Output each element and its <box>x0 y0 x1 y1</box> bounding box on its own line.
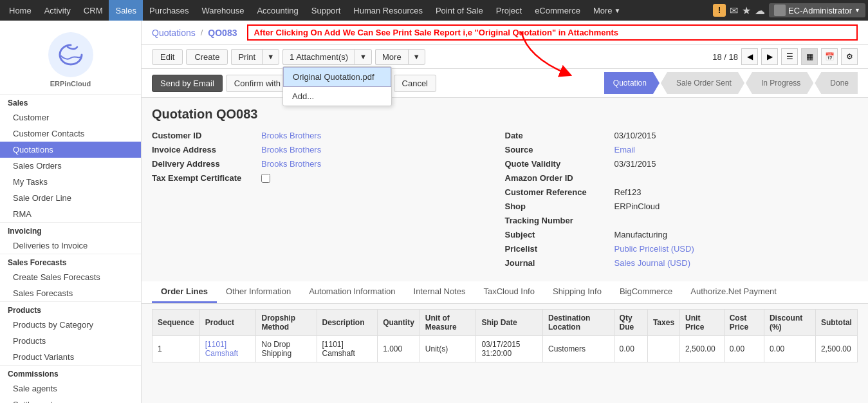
delivery-address-label: Delivery Address <box>152 159 261 169</box>
print-button[interactable]: Print <box>231 49 262 65</box>
dropdown-item-original-quotation[interactable]: Original Quotation.pdf <box>283 67 391 87</box>
sidebar-item-rma[interactable]: RMA <box>0 206 141 222</box>
more-button[interactable]: More <box>375 49 408 65</box>
tax-exempt-label: Tax Exempt Certificate <box>152 173 261 183</box>
sidebar-item-customer-contacts[interactable]: Customer Contacts <box>0 126 141 142</box>
cell-quantity: 1.000 <box>378 336 420 362</box>
nav-activity[interactable]: Activity <box>38 0 77 21</box>
attachments-caret[interactable]: ▼ <box>355 49 372 65</box>
col-quantity: Quantity <box>378 310 420 336</box>
sidebar-item-sale-order-line[interactable]: Sale Order Line <box>0 190 141 206</box>
tax-exempt-checkbox[interactable] <box>261 174 270 183</box>
sidebar-logo-area: ERPinCloud <box>0 26 141 94</box>
nav-accounting[interactable]: Accounting <box>250 0 304 21</box>
cell-ship-date: 03/17/2015 31:20:00 <box>476 336 543 362</box>
customer-ref-value: Ref123 <box>614 187 642 197</box>
sidebar-item-sales-forecasts[interactable]: Sales Forecasts <box>0 285 141 301</box>
cell-product[interactable]: [1101] Camshaft <box>199 336 256 362</box>
tab-order-lines[interactable]: Order Lines <box>152 281 217 303</box>
source-value[interactable]: Email <box>614 145 636 155</box>
sidebar-item-create-forecasts[interactable]: Create Sales Forecasts <box>0 269 141 285</box>
tab-internal-notes[interactable]: Internal Notes <box>405 281 475 303</box>
more-caret[interactable]: ▼ <box>408 49 425 65</box>
journal-value[interactable]: Sales Journal (USD) <box>614 258 691 268</box>
nav-hr[interactable]: Human Resources <box>347 0 429 21</box>
tab-authorize-net[interactable]: Authorize.Net Payment <box>681 281 786 303</box>
edit-button[interactable]: Edit <box>152 49 183 65</box>
cancel-button[interactable]: Cancel <box>394 75 436 92</box>
nav-more[interactable]: More ▼ <box>587 0 627 21</box>
cell-destination: Customers <box>543 336 614 362</box>
col-cost-price: Cost Price <box>724 310 764 336</box>
pagination-next[interactable]: ▶ <box>761 48 778 65</box>
quote-validity-value: 03/31/2015 <box>614 159 656 169</box>
cell-cost-price: 0.00 <box>724 336 764 362</box>
col-discount: Discount (%) <box>764 310 815 336</box>
nav-ecommerce[interactable]: eCommerce <box>528 0 587 21</box>
tab-shipping-info[interactable]: Shipping Info <box>544 281 611 303</box>
dropdown-item-add[interactable]: Add... <box>283 87 391 106</box>
sidebar-section-title-sales: Sales <box>0 94 141 109</box>
email-icon[interactable]: ✉ <box>730 5 738 17</box>
col-destination: Destination Location <box>543 310 614 336</box>
sidebar-item-sale-agents[interactable]: Sale agents <box>0 380 141 397</box>
view-calendar-btn[interactable]: 📅 <box>821 48 838 65</box>
nav-support[interactable]: Support <box>305 0 347 21</box>
cell-subtotal: 2,500.00 <box>815 336 857 362</box>
user-menu[interactable]: EC-Administrator ▼ <box>769 3 865 17</box>
sidebar-item-products-by-category[interactable]: Products by Category <box>0 317 141 333</box>
view-settings-btn[interactable]: ⚙ <box>841 48 858 65</box>
status-step-done[interactable]: Done <box>815 72 858 94</box>
nav-crm[interactable]: CRM <box>77 0 109 21</box>
action-status-row: Send by Email Confirm with Auth.net Conf… <box>142 69 868 98</box>
sidebar-item-quotations[interactable]: Quotations <box>0 142 141 158</box>
send-email-button[interactable]: Send by Email <box>152 75 223 92</box>
sidebar-item-settlements[interactable]: Settlements <box>0 397 141 403</box>
tab-taxcloud-info[interactable]: TaxCloud Info <box>474 281 544 303</box>
nav-sales[interactable]: Sales <box>109 0 143 21</box>
sidebar-section-products: Products Products by Category Products P… <box>0 301 141 365</box>
print-caret[interactable]: ▼ <box>262 49 279 65</box>
star-icon[interactable]: ★ <box>742 5 751 17</box>
form-title: Quotation QO083 <box>152 107 858 122</box>
nav-purchases[interactable]: Purchases <box>143 0 195 21</box>
customer-id-value[interactable]: Brooks Brothers <box>261 131 321 140</box>
invoice-address-label: Invoice Address <box>152 145 261 155</box>
pricelist-value[interactable]: Public Pricelist (USD) <box>614 244 694 254</box>
view-list-btn[interactable]: ☰ <box>781 48 798 65</box>
tab-bigcommerce[interactable]: BigCommerce <box>611 281 681 303</box>
status-step-in-progress[interactable]: In Progress <box>746 72 813 94</box>
tab-other-info[interactable]: Other Information <box>217 281 300 303</box>
nav-project[interactable]: Project <box>490 0 528 21</box>
annotation-banner: After Clicking On Add We Can See Print S… <box>247 24 858 41</box>
col-dropship: Dropship Method <box>256 310 317 336</box>
nav-pos[interactable]: Point of Sale <box>429 0 490 21</box>
sidebar-item-my-tasks[interactable]: My Tasks <box>0 174 141 190</box>
tab-automation-info[interactable]: Automation Information <box>300 281 404 303</box>
status-step-quotation[interactable]: Quotation <box>604 72 660 94</box>
view-card-btn[interactable]: ▦ <box>801 48 818 65</box>
create-button[interactable]: Create <box>186 49 228 65</box>
quote-validity-label: Quote Validity <box>505 159 614 169</box>
nav-home[interactable]: Home <box>3 0 38 21</box>
delivery-address-value[interactable]: Brooks Brothers <box>261 159 321 169</box>
cell-unit-price: 2,500.00 <box>680 336 725 362</box>
status-step-sale-order-sent[interactable]: Sale Order Sent <box>661 72 744 94</box>
sidebar-item-products[interactable]: Products <box>0 333 141 349</box>
sidebar-item-sales-orders[interactable]: Sales Orders <box>0 158 141 174</box>
tabs-bar: Order Lines Other Information Automation… <box>142 281 868 304</box>
breadcrumb-parent[interactable]: Quotations <box>152 28 196 38</box>
cell-uom: Unit(s) <box>420 336 476 362</box>
cloud-icon[interactable]: ☁ <box>755 5 765 17</box>
col-uom: Unit of Measure <box>420 310 476 336</box>
attachments-button[interactable]: 1 Attachment(s) <box>282 49 355 65</box>
invoice-address-value[interactable]: Brooks Brothers <box>261 145 321 155</box>
col-ship-date: Ship Date <box>476 310 543 336</box>
sidebar-item-product-variants[interactable]: Product Variants <box>0 349 141 365</box>
sidebar-item-deliveries[interactable]: Deliveries to Invoice <box>0 238 141 254</box>
warning-icon: ! <box>713 4 726 17</box>
sidebar-section-title-forecasts: Sales Forecasts <box>0 254 141 269</box>
pagination-prev[interactable]: ◀ <box>741 48 758 65</box>
sidebar-item-customer[interactable]: Customer <box>0 109 141 126</box>
nav-warehouse[interactable]: Warehouse <box>195 0 250 21</box>
